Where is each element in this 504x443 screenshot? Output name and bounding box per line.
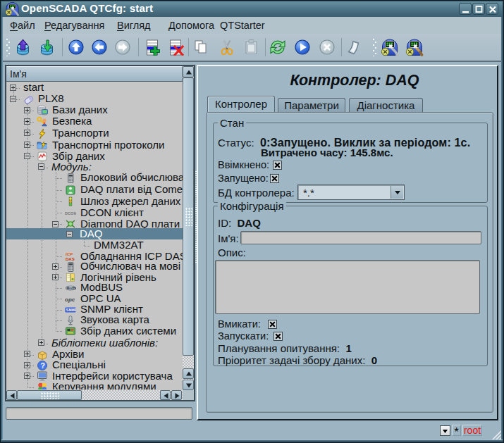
svg-text:?: ? bbox=[41, 361, 45, 370]
svg-text:ICP: ICP bbox=[66, 252, 73, 256]
svg-text:DCON: DCON bbox=[65, 211, 76, 216]
svg-text:opc: opc bbox=[65, 297, 75, 303]
svg-text:ModBus: ModBus bbox=[66, 287, 76, 290]
svg-text:SNMP: SNMP bbox=[66, 308, 76, 312]
